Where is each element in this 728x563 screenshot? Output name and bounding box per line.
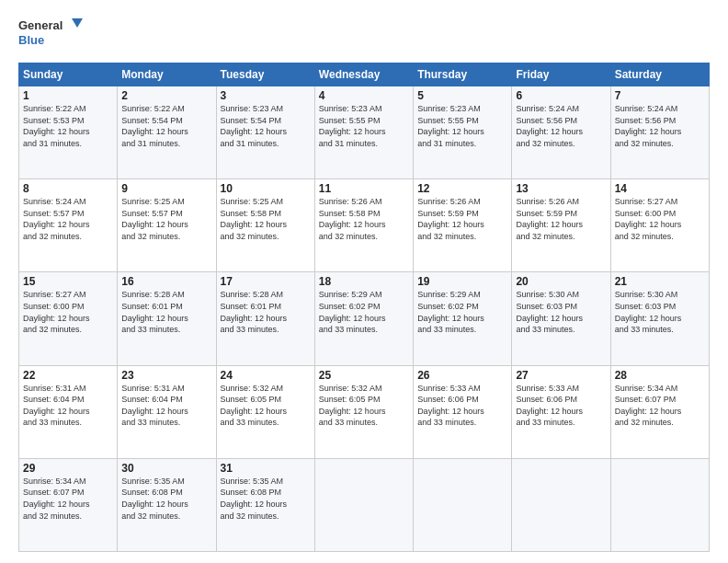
calendar-day: 25Sunrise: 5:32 AMSunset: 6:05 PMDayligh… bbox=[314, 365, 413, 458]
calendar-day: 15Sunrise: 5:27 AMSunset: 6:00 PMDayligh… bbox=[19, 272, 118, 365]
day-number: 25 bbox=[319, 369, 409, 382]
day-info: Sunrise: 5:27 AMSunset: 6:00 PMDaylight:… bbox=[23, 289, 113, 335]
calendar-day: 12Sunrise: 5:26 AMSunset: 5:59 PMDayligh… bbox=[414, 179, 512, 272]
day-number: 17 bbox=[221, 275, 311, 288]
calendar-day: 20Sunrise: 5:30 AMSunset: 6:03 PMDayligh… bbox=[512, 272, 610, 365]
calendar-day bbox=[610, 458, 709, 551]
day-number: 21 bbox=[615, 275, 705, 288]
day-number: 28 bbox=[615, 369, 705, 382]
calendar-day: 14Sunrise: 5:27 AMSunset: 6:00 PMDayligh… bbox=[610, 179, 709, 272]
day-number: 7 bbox=[615, 89, 705, 102]
calendar-day: 17Sunrise: 5:28 AMSunset: 6:01 PMDayligh… bbox=[216, 272, 314, 365]
calendar-day: 9Sunrise: 5:25 AMSunset: 5:57 PMDaylight… bbox=[118, 179, 216, 272]
day-info: Sunrise: 5:25 AMSunset: 5:57 PMDaylight:… bbox=[121, 196, 211, 242]
day-number: 5 bbox=[417, 89, 507, 102]
day-info: Sunrise: 5:28 AMSunset: 6:01 PMDaylight:… bbox=[121, 289, 211, 335]
calendar-day: 28Sunrise: 5:34 AMSunset: 6:07 PMDayligh… bbox=[610, 365, 709, 458]
day-info: Sunrise: 5:23 AMSunset: 5:55 PMDaylight:… bbox=[319, 103, 409, 149]
day-number: 8 bbox=[23, 182, 113, 195]
day-number: 26 bbox=[417, 369, 507, 382]
day-number: 15 bbox=[23, 275, 113, 288]
calendar-day: 23Sunrise: 5:31 AMSunset: 6:04 PMDayligh… bbox=[118, 365, 216, 458]
header: General Blue bbox=[18, 17, 710, 53]
day-number: 4 bbox=[319, 89, 409, 102]
calendar-day bbox=[314, 458, 413, 551]
day-info: Sunrise: 5:25 AMSunset: 5:58 PMDaylight:… bbox=[221, 196, 311, 242]
day-info: Sunrise: 5:30 AMSunset: 6:03 PMDaylight:… bbox=[516, 289, 606, 335]
day-number: 27 bbox=[516, 369, 606, 382]
page: General Blue SundayMondayTuesdayWednesda… bbox=[0, 0, 728, 563]
logo: General Blue bbox=[18, 17, 83, 53]
calendar-day: 22Sunrise: 5:31 AMSunset: 6:04 PMDayligh… bbox=[19, 365, 118, 458]
day-info: Sunrise: 5:23 AMSunset: 5:54 PMDaylight:… bbox=[221, 103, 311, 149]
calendar-day: 8Sunrise: 5:24 AMSunset: 5:57 PMDaylight… bbox=[19, 179, 118, 272]
day-number: 31 bbox=[221, 462, 311, 475]
day-info: Sunrise: 5:24 AMSunset: 5:56 PMDaylight:… bbox=[615, 103, 705, 149]
day-info: Sunrise: 5:32 AMSunset: 6:05 PMDaylight:… bbox=[221, 383, 311, 429]
day-number: 16 bbox=[121, 275, 211, 288]
day-info: Sunrise: 5:26 AMSunset: 5:59 PMDaylight:… bbox=[516, 196, 606, 242]
day-of-week-tuesday: Tuesday bbox=[216, 63, 314, 86]
calendar-day: 19Sunrise: 5:29 AMSunset: 6:02 PMDayligh… bbox=[414, 272, 512, 365]
calendar-day: 7Sunrise: 5:24 AMSunset: 5:56 PMDaylight… bbox=[610, 86, 709, 179]
svg-marker-2 bbox=[72, 18, 83, 28]
day-info: Sunrise: 5:35 AMSunset: 6:08 PMDaylight:… bbox=[221, 476, 311, 522]
day-number: 29 bbox=[23, 462, 113, 475]
calendar-week-2: 8Sunrise: 5:24 AMSunset: 5:57 PMDaylight… bbox=[19, 179, 710, 272]
calendar-table: SundayMondayTuesdayWednesdayThursdayFrid… bbox=[18, 63, 710, 552]
calendar-day: 1Sunrise: 5:22 AMSunset: 5:53 PMDaylight… bbox=[19, 86, 118, 179]
day-info: Sunrise: 5:31 AMSunset: 6:04 PMDaylight:… bbox=[23, 383, 113, 429]
day-number: 1 bbox=[23, 89, 113, 102]
day-number: 19 bbox=[417, 275, 507, 288]
calendar-day: 5Sunrise: 5:23 AMSunset: 5:55 PMDaylight… bbox=[414, 86, 512, 179]
day-of-week-saturday: Saturday bbox=[610, 63, 709, 86]
day-of-week-thursday: Thursday bbox=[414, 63, 512, 86]
day-info: Sunrise: 5:29 AMSunset: 6:02 PMDaylight:… bbox=[319, 289, 409, 335]
day-info: Sunrise: 5:33 AMSunset: 6:06 PMDaylight:… bbox=[516, 383, 606, 429]
logo-svg: General Blue bbox=[18, 17, 83, 53]
calendar-header-row: SundayMondayTuesdayWednesdayThursdayFrid… bbox=[19, 63, 710, 86]
day-number: 30 bbox=[121, 462, 211, 475]
day-number: 3 bbox=[221, 89, 311, 102]
day-info: Sunrise: 5:22 AMSunset: 5:54 PMDaylight:… bbox=[121, 103, 211, 149]
day-number: 13 bbox=[516, 182, 606, 195]
day-number: 11 bbox=[319, 182, 409, 195]
day-info: Sunrise: 5:26 AMSunset: 5:59 PMDaylight:… bbox=[417, 196, 507, 242]
calendar-day: 6Sunrise: 5:24 AMSunset: 5:56 PMDaylight… bbox=[512, 86, 610, 179]
calendar-week-4: 22Sunrise: 5:31 AMSunset: 6:04 PMDayligh… bbox=[19, 365, 710, 458]
calendar-day: 18Sunrise: 5:29 AMSunset: 6:02 PMDayligh… bbox=[314, 272, 413, 365]
day-number: 9 bbox=[121, 182, 211, 195]
day-info: Sunrise: 5:29 AMSunset: 6:02 PMDaylight:… bbox=[417, 289, 507, 335]
day-info: Sunrise: 5:24 AMSunset: 5:57 PMDaylight:… bbox=[23, 196, 113, 242]
calendar-day: 26Sunrise: 5:33 AMSunset: 6:06 PMDayligh… bbox=[414, 365, 512, 458]
calendar-day: 4Sunrise: 5:23 AMSunset: 5:55 PMDaylight… bbox=[314, 86, 413, 179]
day-info: Sunrise: 5:31 AMSunset: 6:04 PMDaylight:… bbox=[121, 383, 211, 429]
calendar-day: 16Sunrise: 5:28 AMSunset: 6:01 PMDayligh… bbox=[118, 272, 216, 365]
day-info: Sunrise: 5:33 AMSunset: 6:06 PMDaylight:… bbox=[417, 383, 507, 429]
day-of-week-monday: Monday bbox=[118, 63, 216, 86]
calendar-day: 29Sunrise: 5:34 AMSunset: 6:07 PMDayligh… bbox=[19, 458, 118, 551]
day-number: 24 bbox=[221, 369, 311, 382]
day-info: Sunrise: 5:23 AMSunset: 5:55 PMDaylight:… bbox=[417, 103, 507, 149]
calendar-day: 13Sunrise: 5:26 AMSunset: 5:59 PMDayligh… bbox=[512, 179, 610, 272]
day-number: 18 bbox=[319, 275, 409, 288]
day-info: Sunrise: 5:26 AMSunset: 5:58 PMDaylight:… bbox=[319, 196, 409, 242]
day-info: Sunrise: 5:35 AMSunset: 6:08 PMDaylight:… bbox=[121, 476, 211, 522]
day-number: 14 bbox=[615, 182, 705, 195]
day-of-week-friday: Friday bbox=[512, 63, 610, 86]
calendar-day: 24Sunrise: 5:32 AMSunset: 6:05 PMDayligh… bbox=[216, 365, 314, 458]
svg-text:General: General bbox=[18, 18, 63, 32]
calendar-week-3: 15Sunrise: 5:27 AMSunset: 6:00 PMDayligh… bbox=[19, 272, 710, 365]
calendar-day: 3Sunrise: 5:23 AMSunset: 5:54 PMDaylight… bbox=[216, 86, 314, 179]
svg-text:Blue: Blue bbox=[18, 33, 44, 47]
day-info: Sunrise: 5:32 AMSunset: 6:05 PMDaylight:… bbox=[319, 383, 409, 429]
calendar-day bbox=[414, 458, 512, 551]
calendar-week-1: 1Sunrise: 5:22 AMSunset: 5:53 PMDaylight… bbox=[19, 86, 710, 179]
calendar-day: 31Sunrise: 5:35 AMSunset: 6:08 PMDayligh… bbox=[216, 458, 314, 551]
calendar-day: 21Sunrise: 5:30 AMSunset: 6:03 PMDayligh… bbox=[610, 272, 709, 365]
day-number: 23 bbox=[121, 369, 211, 382]
day-number: 20 bbox=[516, 275, 606, 288]
calendar-day: 10Sunrise: 5:25 AMSunset: 5:58 PMDayligh… bbox=[216, 179, 314, 272]
calendar-day bbox=[512, 458, 610, 551]
calendar-day: 30Sunrise: 5:35 AMSunset: 6:08 PMDayligh… bbox=[118, 458, 216, 551]
